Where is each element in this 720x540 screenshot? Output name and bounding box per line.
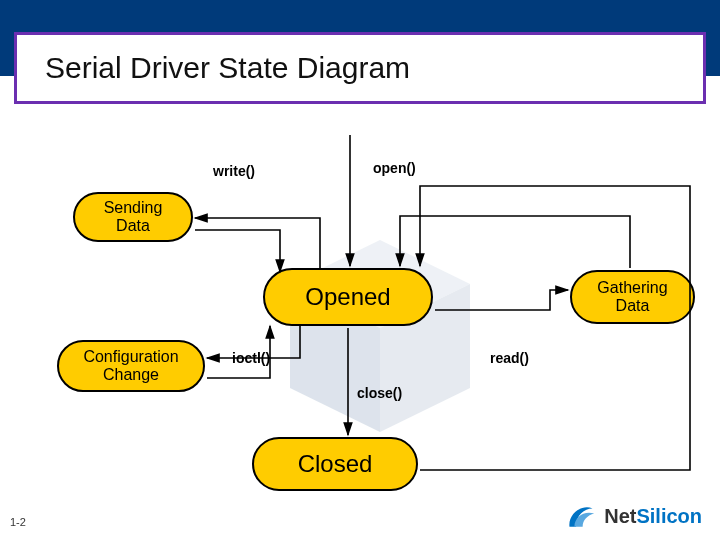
state-gathering-data: Gathering Data — [570, 270, 695, 324]
state-opened: Opened — [263, 268, 433, 326]
brand-name-part1: Net — [604, 505, 636, 527]
brand-name: NetSilicon — [604, 505, 702, 528]
brand-logo: NetSilicon — [564, 502, 702, 530]
page-number: 1-2 — [10, 516, 26, 528]
label-ioctl: ioctl() — [232, 350, 270, 366]
label-write: write() — [213, 163, 255, 179]
page-title: Serial Driver State Diagram — [45, 51, 410, 85]
brand-name-part2: Silicon — [636, 505, 702, 527]
state-configuration-change: Configuration Change — [57, 340, 205, 392]
label-open: open() — [373, 160, 416, 176]
logo-icon — [564, 502, 598, 530]
label-read: read() — [490, 350, 529, 366]
state-closed: Closed — [252, 437, 418, 491]
label-close: close() — [357, 385, 402, 401]
title-box: Serial Driver State Diagram — [14, 32, 706, 104]
state-sending-data: Sending Data — [73, 192, 193, 242]
